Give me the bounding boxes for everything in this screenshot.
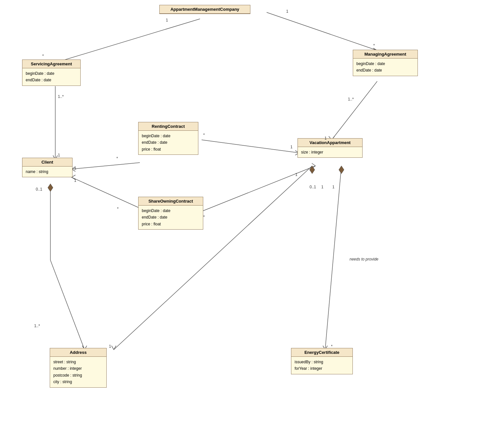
class-body-rc: beginDate : date endDate : date price : … [139,131,198,154]
class-body-sa: beginDate : date endDate : date [22,68,80,86]
class-body-soc: beginDate : date endDate : date price : … [139,206,203,229]
svg-line-7 [202,166,315,211]
class-header-va: VacationAppartment [298,139,362,147]
class-header-address: Address [50,348,106,357]
mult-va-ec-star: * [331,344,333,349]
class-body-va: size : integer [298,147,362,157]
mult-soc-client-1: 1 [74,178,76,183]
mult-client-addr-01: 0..1 [36,187,42,192]
mult-sa-client-1: 1 [58,153,60,157]
uml-diagram: AppartmentManagementCompany ServicingAgr… [0,0,504,441]
mult-rc-client-star: * [116,156,118,161]
mult-soc-va-star: * [203,215,205,219]
svg-line-9 [50,260,85,350]
mult-va-01: 0..1 [310,185,316,189]
class-header-rc: RentingContract [139,122,198,131]
class-servicing-agreement: ServicingAgreement beginDate : date endD… [22,60,81,86]
svg-line-0 [63,19,200,60]
mult-sa-client-1star: 1..* [58,94,64,99]
mult-va-addr-1-bottom: 1 [109,344,111,349]
svg-line-6 [72,177,140,208]
svg-line-4 [72,163,140,169]
class-renting-contract: RentingContract beginDate : date endDate… [138,122,198,155]
class-header-client: Client [22,158,72,167]
svg-line-11 [114,166,312,350]
class-body-ma: beginDate : date endDate : date [353,59,418,76]
class-header-soc: ShareOwningContract [139,197,203,206]
class-managing-agreement: ManagingAgreement beginDate : date endDa… [353,50,418,76]
class-body-address: street : string number : integer postcod… [50,357,106,387]
mult-amc-sa-star: * [42,54,44,58]
mult-ma-va-1star: 1..* [348,97,354,101]
mult-rc-client-1: 1 [74,166,76,170]
svg-marker-12 [310,166,315,174]
svg-marker-10 [48,184,53,192]
class-address: Address street : string number : integer… [50,348,107,388]
mult-amc-ma-star: * [373,43,375,48]
mult-soc-va-1: 1 [295,172,298,177]
class-header-amc: AppartmentManagementCompany [160,5,250,14]
mult-rc-va-star: * [203,133,205,137]
mult-ma-va-1: 1 [325,136,327,140]
class-header-sa: ServicingAgreement [22,60,80,68]
class-client: Client name : string [22,158,73,177]
class-header-ec: EnergyCertificate [291,348,352,357]
mult-va-1-right: 1 [332,185,335,189]
class-share-owning-contract: ShareOwningContract beginDate : date end… [138,197,203,230]
class-energy-certificate: EnergyCertificate issuedBy : string forY… [291,348,353,374]
class-header-ma: ManagingAgreement [353,50,418,59]
assoc-needs-to-provide: needs to provide [350,257,378,261]
mult-client-addr-1star: 1..* [34,324,40,328]
class-body-client: name : string [22,167,72,177]
class-vacation-appartment: VacationAppartment size : integer [298,138,363,158]
class-body-ec: issuedBy : string forYear : integer [291,357,352,374]
svg-line-1 [267,12,377,50]
class-appartment-management-company: AppartmentManagementCompany [159,5,250,14]
svg-line-3 [332,81,377,140]
svg-line-13 [325,166,341,350]
mult-rc-va-1: 1 [290,145,293,149]
mult-amc-ma-1: 1 [286,9,288,14]
svg-line-5 [202,140,299,153]
svg-marker-14 [339,166,344,174]
mult-soc-client-star: * [117,207,119,211]
mult-amc-sa-1: 1 [166,18,168,22]
mult-va-addr-1: 1 [321,185,324,189]
